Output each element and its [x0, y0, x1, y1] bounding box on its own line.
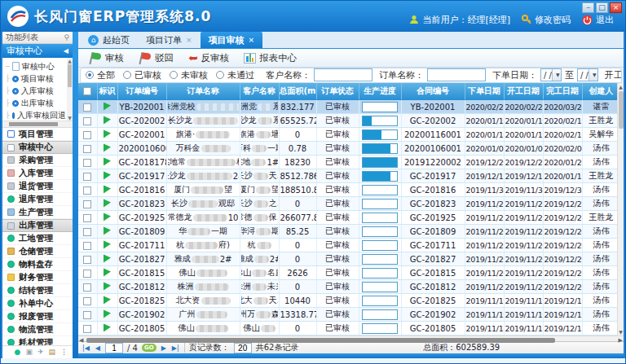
minimize-button[interactable]: － — [582, 2, 594, 13]
scroll-down-icon[interactable]: ▼ — [618, 329, 624, 335]
column-header-选择[interactable] — [78, 83, 97, 100]
row-checkbox[interactable] — [83, 117, 91, 125]
table-row[interactable]: GC-201815佛山佛山名庭2626已审核GC-2018152019/11/2… — [78, 266, 617, 280]
row-checkbox[interactable] — [83, 200, 91, 208]
pin-icon[interactable]: ⚲ — [64, 33, 69, 42]
radio-未审核[interactable] — [170, 71, 178, 79]
scroll-up-icon[interactable]: ▲ — [618, 84, 624, 90]
close-tab-icon[interactable]: × — [249, 36, 255, 44]
sidebar-item-补单中心[interactable]: 补单中心 — [2, 297, 73, 310]
scrollbar-thumb[interactable] — [9, 122, 58, 126]
close-button[interactable]: × — [610, 2, 622, 13]
circle-icon[interactable]: ● — [15, 349, 21, 356]
column-header-客户名称[interactable]: 客户名称 — [240, 83, 279, 100]
column-header-下单日期[interactable]: 下单日期 — [465, 83, 504, 100]
radio-已审核[interactable] — [123, 71, 131, 79]
column-header-订单编号[interactable]: 订单编号 — [117, 83, 166, 100]
table-row[interactable]: GC-202002长沙龙长沙龙系..65525.7200..已审核GC-2020… — [78, 114, 617, 128]
tree-item[interactable]: ├项目审核 — [6, 72, 66, 85]
radio-未通过[interactable] — [216, 71, 224, 79]
sidebar-item-财务管理[interactable]: 财务管理 — [2, 271, 73, 284]
table-row[interactable]: GC-201827雅成2#雅成2#0已审核GC-2018272019/11/20… — [78, 252, 617, 266]
first-page-icon[interactable]: |◀ — [82, 344, 90, 352]
row-checkbox[interactable] — [83, 159, 91, 167]
scroll-down-icon[interactable]: ▼ — [67, 115, 73, 121]
column-header-总面积(m²)[interactable]: 总面积(m²) — [279, 83, 316, 100]
table-row[interactable]: GC-201711杭府)杭0已审核GC-2017112019/11/202019… — [78, 239, 617, 252]
column-header-开工日期[interactable]: 开工日期 — [504, 83, 543, 100]
toolbar-button-驳回[interactable]: 驳回 — [134, 50, 181, 67]
row-checkbox[interactable] — [83, 228, 91, 236]
column-header-订单名称[interactable]: 订单名称 — [166, 83, 240, 100]
cart-icon[interactable]: ▣ — [25, 349, 33, 356]
tree-horizontal-scrollbar[interactable] — [2, 121, 73, 128]
sidebar-item-退库管理[interactable]: 退库管理 — [2, 193, 73, 206]
page-number-input[interactable] — [105, 343, 123, 353]
table-row[interactable]: GC-201925常德龙10常德保..266077.835..已审核GC-201… — [78, 211, 617, 225]
sidebar-item-仓储管理[interactable]: 仓储管理 — [2, 245, 73, 258]
sidebar-item-退货管理[interactable]: 退货管理 — [2, 180, 73, 193]
row-checkbox[interactable] — [83, 270, 91, 278]
logout-button[interactable]: 退出 — [582, 14, 614, 26]
row-checkbox[interactable] — [83, 214, 91, 222]
customer-name-input[interactable] — [314, 68, 373, 81]
select-all-checkbox[interactable] — [83, 87, 91, 95]
toolbar-button-审核[interactable]: 审核 — [85, 50, 131, 67]
row-checkbox[interactable] — [83, 297, 91, 305]
sidebar-item-项目管理[interactable]: 项目管理 — [2, 128, 73, 141]
radio-全部[interactable] — [86, 71, 94, 79]
table-row[interactable]: GC-201805佛山佛山0已审核GC-2018052019/11/182019… — [78, 322, 617, 335]
column-header-合同编号[interactable]: 合同编号 — [401, 83, 465, 100]
close-tab-icon[interactable]: × — [186, 36, 192, 44]
table-row[interactable]: GC-201902广州广州万森林13318.775已审核GC-201902201… — [78, 308, 617, 322]
row-checkbox[interactable] — [83, 256, 91, 264]
book-icon[interactable]: ▤ — [48, 349, 55, 356]
table-vertical-scrollbar[interactable]: ▲ ▼ — [617, 83, 624, 336]
tab-项目审核[interactable]: 项目审核× — [201, 32, 263, 48]
tab-项目订单[interactable]: 项目订单× — [138, 32, 201, 48]
sidebar-item-物料盘存[interactable]: 物料盘存 — [2, 258, 73, 271]
change-password-button[interactable]: 修改密码 — [522, 14, 571, 26]
order-date-from-input[interactable]: / /▼ — [540, 68, 562, 81]
sidebar-item-结转管理[interactable]: 结转管理 — [2, 284, 73, 297]
sidebar-item-采购管理[interactable]: 采购管理 — [2, 154, 73, 167]
last-page-icon[interactable]: ▶| — [171, 344, 180, 352]
tab-起始页[interactable]: ⌂起始页 — [80, 32, 138, 48]
sidebar-item-报废管理[interactable]: 报废管理 — [2, 310, 73, 323]
tree-item[interactable]: ├出库审核 — [6, 97, 66, 109]
row-checkbox[interactable] — [83, 145, 91, 153]
row-checkbox[interactable] — [83, 173, 91, 181]
column-header-订单状态[interactable]: 订单状态 — [316, 83, 359, 100]
chevron-down-icon[interactable]: ▼ — [552, 69, 561, 81]
page-size-input[interactable] — [234, 343, 252, 353]
table-row[interactable]: GC-2018178实地常栋实地1#..18230已审核201912200022… — [78, 156, 617, 169]
column-header-标识[interactable]: 标识 — [97, 83, 117, 100]
table-row[interactable]: GC-201812株洲株洲未来0已审核GC-2018122019/11/2020… — [78, 280, 617, 294]
sidebar-item-耗材管理[interactable]: 耗材管理 — [2, 336, 73, 345]
table-row[interactable]: GC-201816厦门望厦门望188510.818已审核GC-201816201… — [78, 183, 617, 197]
scrollbar-thumb[interactable] — [68, 64, 72, 87]
table-row[interactable]: GC-202001旗港·旗港墙0已审核202001160012020/01/16… — [78, 128, 617, 142]
tree-item[interactable]: ├入库审核 — [6, 85, 66, 97]
scrollbar-thumb[interactable] — [619, 91, 624, 129]
maximize-button[interactable]: □ — [596, 2, 608, 13]
splitter[interactable] — [73, 32, 78, 358]
column-header-创建人[interactable]: 创建人 — [582, 83, 617, 100]
row-checkbox[interactable] — [83, 131, 91, 139]
table-row[interactable]: GC-201823长沙观邸长沙之..0已审核GC-2018232019/11/2… — [78, 197, 617, 211]
column-header-完工日期[interactable]: 完工日期 — [543, 83, 582, 100]
order-name-input[interactable] — [427, 68, 486, 81]
more-icon[interactable]: ⋮ — [60, 349, 68, 356]
sidebar-item-入库管理[interactable]: 入库管理 — [2, 167, 73, 180]
tree-root-item[interactable]: ─ 审核中心 — [6, 60, 66, 72]
row-checkbox[interactable] — [83, 283, 91, 292]
tree-item[interactable]: ├入库审核回退 — [6, 109, 66, 121]
row-checkbox[interactable] — [83, 242, 91, 250]
table-row[interactable]: GC-201825北大资北大天..10440已审核GC-2018252019/1… — [78, 294, 617, 308]
toolbar-button-报表中心[interactable]: 报表中心 — [240, 50, 304, 67]
row-checkbox[interactable] — [83, 311, 91, 319]
sidebar-item-出库管理[interactable]: 出库管理 — [2, 219, 73, 232]
table-row[interactable]: GC-201917长沙龙2#长沙天..8512.78600..已审核GC-201… — [78, 169, 617, 183]
table-row[interactable]: 20200106001万科金万科一期0.78已审核202001060012020… — [78, 142, 617, 156]
row-checkbox[interactable] — [83, 186, 91, 195]
